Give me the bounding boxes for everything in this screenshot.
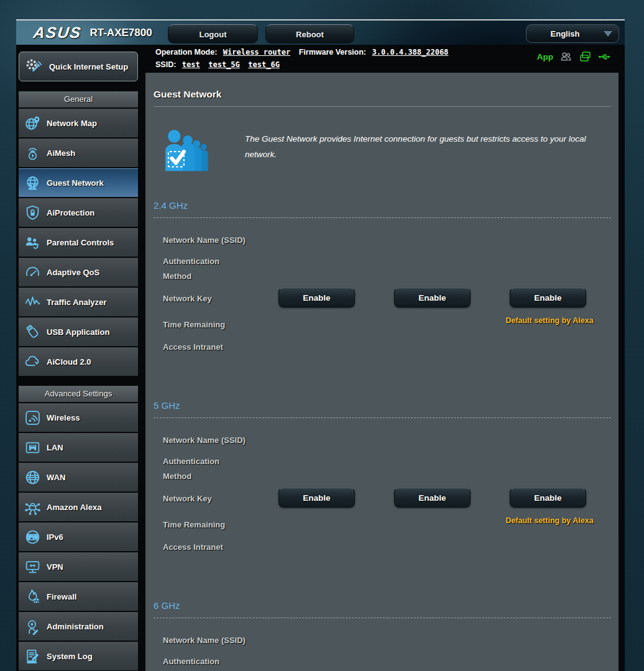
band-section-6ghz: 6 GHz Network Name (SSID) Authentication…: [145, 600, 619, 671]
ipv6-icon: IPV6: [24, 529, 41, 545]
ssid-link-2[interactable]: test_5G: [208, 60, 240, 69]
sidebar-item-label: Traffic Analyzer: [47, 298, 106, 307]
wireless-icon: [24, 409, 41, 426]
ssid-link-3[interactable]: test_6G: [248, 60, 280, 69]
guest-network-illustration-icon: [163, 121, 210, 180]
vpn-icon: [24, 559, 41, 575]
sidebar-item-quick-internet-setup[interactable]: Quick Internet Setup: [19, 52, 138, 81]
status-icon-bar: App: [537, 50, 611, 63]
firmware-version-link[interactable]: 3.0.0.4.388_22068: [372, 48, 449, 57]
field-label-time-remaining: Time Remaining: [163, 317, 225, 332]
aimesh-icon: [24, 145, 41, 162]
sidebar-item-usb-application[interactable]: USB Application: [19, 317, 138, 346]
aicloud-icon: [24, 354, 41, 370]
users-icon[interactable]: [559, 50, 573, 63]
quick-setup-icon: [24, 57, 44, 76]
chevron-down-icon: [604, 31, 612, 37]
sidebar-item-guest-network[interactable]: Guest Network: [19, 168, 138, 197]
wan-icon: [24, 469, 41, 486]
sidebar-item-label: USB Application: [47, 327, 109, 337]
sidebar-item-amazon-alexa[interactable]: Amazon Alexa: [19, 493, 138, 521]
app-link[interactable]: App: [537, 52, 553, 62]
firmware-label: Firmware Version:: [299, 48, 366, 57]
sidebar-item-vpn[interactable]: VPN: [19, 552, 138, 581]
band-section-5ghz: 5 GHz Network Name (SSID) Authentication…: [145, 400, 619, 559]
sidebar-header-advanced-settings: Advanced Settings: [19, 386, 138, 402]
language-dropdown[interactable]: English: [526, 24, 619, 43]
sidebar: Quick Internet Setup General Network Map…: [19, 52, 138, 671]
field-label-authentication-method: Authentication Method: [163, 254, 236, 284]
svg-text:IPV6: IPV6: [27, 534, 39, 540]
logout-button[interactable]: Logout: [168, 24, 258, 43]
sidebar-item-firewall[interactable]: Firewall: [19, 582, 138, 611]
enable-guest-2-button[interactable]: Enable: [394, 488, 471, 508]
field-label-network-key: Network Key: [163, 491, 212, 506]
field-label-authentication-method: Authentication Method: [163, 454, 236, 484]
reboot-button[interactable]: Reboot: [265, 24, 354, 43]
band-title: 6 GHz: [154, 600, 180, 611]
sidebar-item-label: VPN: [47, 562, 63, 572]
enable-guest-1-button[interactable]: Enable: [278, 488, 355, 508]
sidebar-item-parental-controls[interactable]: Parental Controls: [19, 228, 138, 257]
sidebar-item-administration[interactable]: Administration: [19, 612, 138, 641]
band-section-2-4ghz: 2.4 GHz Network Name (SSID) Authenticati…: [145, 200, 619, 359]
sidebar-item-system-log[interactable]: System Log: [19, 642, 138, 670]
sidebar-item-label: Adaptive QoS: [47, 268, 99, 277]
sidebar-item-network-map[interactable]: Network Map: [19, 109, 138, 137]
traffic-analyzer-icon: [24, 294, 41, 311]
asus-logo: ASUS: [32, 24, 83, 42]
sidebar-item-aicloud[interactable]: AiCloud 2.0: [19, 347, 138, 376]
network-map-icon: [24, 115, 41, 132]
sidebar-item-wireless[interactable]: Wireless: [19, 403, 138, 432]
amazon-alexa-icon: [24, 499, 41, 516]
usb-application-icon: [24, 324, 41, 340]
brand-area: ASUS RT-AXE7800: [34, 24, 152, 42]
system-log-icon: [24, 648, 41, 665]
alexa-default-note: Default setting by Alexa: [500, 316, 599, 325]
dashed-divider: [154, 418, 611, 418]
sidebar-item-ipv6[interactable]: IPV6 IPv6: [19, 523, 138, 551]
title-divider: [154, 106, 611, 107]
sidebar-item-label: WAN: [47, 473, 65, 482]
sidebar-item-aimesh[interactable]: AiMesh: [19, 139, 138, 167]
sidebar-item-aiprotection[interactable]: AiProtection: [19, 198, 138, 227]
band-title: 2.4 GHz: [154, 200, 188, 211]
ssid-row: SSID: test test_5G test_6G: [155, 60, 229, 69]
field-label-access-intranet: Access Intranet: [163, 340, 223, 355]
enable-guest-3-button[interactable]: Enable: [510, 288, 586, 308]
sidebar-item-label: Amazon Alexa: [47, 503, 101, 512]
sidebar-item-label: Quick Internet Setup: [49, 62, 128, 71]
enable-guest-2-button[interactable]: Enable: [394, 288, 471, 308]
sidebar-item-label: Firewall: [47, 592, 76, 601]
enable-guest-3-button[interactable]: Enable: [510, 488, 586, 508]
device-sync-icon[interactable]: [579, 50, 592, 63]
usb-plug-icon[interactable]: [598, 50, 611, 63]
sidebar-item-label: Network Map: [47, 119, 97, 128]
sidebar-item-label: AiMesh: [47, 148, 75, 158]
field-label-access-intranet: Access Intranet: [163, 540, 223, 555]
field-label-network-key: Network Key: [163, 291, 212, 306]
dashed-divider: [154, 217, 611, 218]
sidebar-item-label: Administration: [47, 622, 104, 631]
router-admin-window: ASUS RT-AXE7800 Logout Reboot English Op…: [16, 19, 625, 671]
sidebar-item-label: IPv6: [47, 532, 63, 542]
enable-guest-1-button[interactable]: Enable: [278, 288, 355, 308]
band-title: 5 GHz: [154, 400, 180, 411]
sidebar-item-traffic-analyzer[interactable]: Traffic Analyzer: [19, 288, 138, 316]
field-label-ssid: Network Name (SSID): [163, 433, 246, 448]
sidebar-header-general: General: [19, 91, 138, 107]
operation-mode-label: Operation Mode:: [155, 48, 217, 57]
page-title: Guest Network: [154, 89, 221, 100]
operation-mode-link[interactable]: Wireless router: [223, 48, 290, 57]
router-model: RT-AXE7800: [90, 27, 152, 39]
sidebar-item-adaptive-qos[interactable]: Adaptive QoS: [19, 258, 138, 286]
ssid-label: SSID:: [155, 60, 176, 69]
enable-button-row: Enable Enable Enable: [278, 488, 586, 508]
sidebar-item-wan[interactable]: WAN: [19, 463, 138, 491]
enable-button-row: Enable Enable Enable: [278, 288, 586, 308]
ssid-link-1[interactable]: test: [182, 60, 200, 69]
parental-controls-icon: [24, 234, 41, 251]
sidebar-item-lan[interactable]: LAN: [19, 433, 138, 462]
adaptive-qos-icon: [24, 264, 41, 281]
lan-icon: [24, 439, 41, 456]
